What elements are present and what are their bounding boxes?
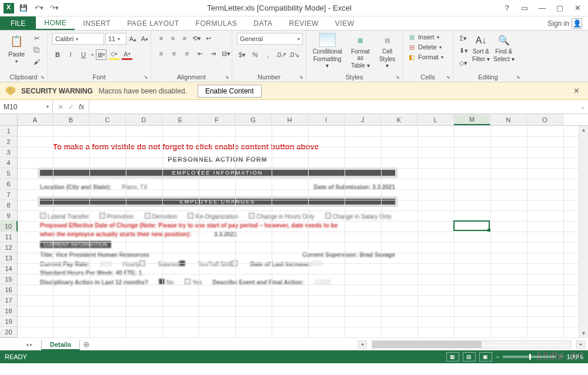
merge-center-icon[interactable]: ⊟▾: [220, 48, 231, 59]
align-bottom-icon[interactable]: ≡: [179, 33, 190, 43]
row-header[interactable]: 5: [0, 168, 18, 179]
align-middle-icon[interactable]: ≡: [168, 33, 178, 43]
fill-color-button[interactable]: ◇▾: [109, 49, 119, 60]
align-left-icon[interactable]: ≡: [156, 48, 166, 59]
font-size-select[interactable]: 11▾: [105, 33, 126, 45]
increase-decimal-icon[interactable]: .0↗: [276, 49, 286, 60]
tab-insert[interactable]: INSERT: [75, 16, 119, 30]
comma-icon[interactable]: ,: [263, 49, 273, 60]
cut-icon[interactable]: ✂: [31, 33, 42, 43]
row-header[interactable]: 20: [0, 327, 18, 337]
tab-review[interactable]: REVIEW: [280, 16, 326, 30]
percent-icon[interactable]: %: [250, 49, 260, 60]
sheet-tab-details[interactable]: Details: [41, 340, 80, 350]
horizontal-scrollbar[interactable]: [372, 340, 572, 349]
row-header[interactable]: 11: [0, 232, 18, 242]
tab-page-layout[interactable]: PAGE LAYOUT: [119, 16, 187, 30]
row-header[interactable]: 10: [0, 221, 18, 232]
italic-button[interactable]: I: [65, 49, 76, 60]
zoom-out-icon[interactable]: −: [496, 353, 499, 360]
column-header[interactable]: D: [126, 114, 162, 125]
delete-cells-button[interactable]: ⊟Delete▾: [407, 43, 442, 51]
column-header[interactable]: M: [454, 114, 490, 125]
tab-formulas[interactable]: FORMULAS: [188, 16, 246, 30]
maximize-icon[interactable]: ▢: [552, 2, 568, 14]
cell-styles-button[interactable]: ▤ Cell Styles ▾: [377, 33, 397, 69]
font-name-select[interactable]: Calibri▾: [52, 33, 104, 45]
column-header[interactable]: H: [272, 114, 308, 125]
font-color-button[interactable]: A▾: [122, 49, 132, 60]
qat-redo-icon[interactable]: ↷▾: [48, 2, 60, 14]
align-right-icon[interactable]: ≡: [182, 48, 192, 59]
enter-formula-icon[interactable]: ✓: [68, 103, 74, 111]
tab-view[interactable]: VIEW: [327, 16, 363, 30]
number-format-select[interactable]: General▾: [237, 33, 303, 45]
hscroll-left-icon[interactable]: ◂: [358, 340, 367, 349]
copy-icon[interactable]: ⿻: [31, 45, 42, 55]
column-header[interactable]: K: [381, 114, 417, 125]
row-header[interactable]: 17: [0, 295, 18, 306]
insert-cells-button[interactable]: ⊞Insert▾: [407, 33, 439, 41]
new-sheet-button[interactable]: ⊕: [80, 338, 93, 350]
row-header[interactable]: 13: [0, 253, 18, 263]
column-header[interactable]: N: [490, 114, 527, 125]
selected-cell[interactable]: [453, 220, 490, 231]
ribbon-options-icon[interactable]: ▭: [516, 2, 533, 14]
column-header[interactable]: L: [417, 114, 454, 125]
sort-filter-button[interactable]: A↓ Sort & Filter ▾: [472, 33, 490, 62]
cancel-formula-icon[interactable]: ✕: [58, 103, 64, 111]
qat-save-icon[interactable]: 💾: [18, 2, 29, 14]
row-header[interactable]: 9: [0, 210, 18, 221]
row-header[interactable]: 2: [0, 136, 18, 147]
tab-file[interactable]: FILE: [0, 16, 36, 30]
row-header[interactable]: 1: [0, 126, 18, 136]
tab-data[interactable]: DATA: [245, 16, 280, 30]
sheet-nav-buttons[interactable]: ◂ ▸: [18, 338, 41, 350]
align-center-icon[interactable]: ≡: [169, 48, 179, 59]
view-normal-icon[interactable]: ▦: [446, 352, 459, 361]
row-header[interactable]: 7: [0, 189, 18, 200]
row-header[interactable]: 16: [0, 284, 18, 295]
grow-font-icon[interactable]: A▴: [128, 34, 138, 44]
column-header[interactable]: E: [162, 114, 199, 125]
decrease-indent-icon[interactable]: ⇤: [195, 48, 205, 59]
clear-icon[interactable]: ◇▾: [458, 58, 469, 68]
format-painter-icon[interactable]: 🖌: [31, 56, 42, 67]
vertical-scrollbar[interactable]: ▲▼: [579, 126, 588, 337]
zoom-slider[interactable]: [503, 356, 556, 358]
hscroll-right-icon[interactable]: ▸: [576, 340, 586, 349]
find-select-button[interactable]: 🔍 Find & Select ▾: [493, 33, 514, 62]
row-header[interactable]: 6: [0, 179, 18, 189]
help-icon[interactable]: ?: [499, 2, 515, 14]
decrease-decimal-icon[interactable]: .0↘: [289, 49, 299, 60]
row-header[interactable]: 4: [0, 158, 18, 168]
autosum-icon[interactable]: Σ▾: [458, 33, 469, 43]
formula-input[interactable]: [89, 100, 577, 113]
paste-button[interactable]: 📋 Paste ▾: [5, 33, 28, 64]
expand-formula-bar-icon[interactable]: ⌄: [577, 100, 588, 113]
bold-button[interactable]: B: [52, 49, 63, 60]
close-icon[interactable]: ✕: [569, 2, 586, 14]
qat-undo-icon[interactable]: ↶▾: [33, 2, 45, 14]
cells-area[interactable]: To make a form visible do not forget to …: [18, 126, 588, 337]
column-header[interactable]: O: [527, 114, 563, 125]
fill-icon[interactable]: ⬇▾: [458, 45, 469, 56]
view-page-layout-icon[interactable]: ▤: [463, 352, 476, 361]
column-header[interactable]: I: [308, 114, 345, 125]
row-header[interactable]: 14: [0, 263, 18, 274]
column-header[interactable]: J: [345, 114, 381, 125]
align-top-icon[interactable]: ≡: [156, 33, 166, 43]
column-header[interactable]: G: [235, 114, 272, 125]
currency-icon[interactable]: $▾: [237, 49, 248, 60]
row-header[interactable]: 15: [0, 274, 18, 284]
row-header[interactable]: 18: [0, 306, 18, 316]
security-close-icon[interactable]: ✕: [571, 86, 582, 95]
column-header[interactable]: C: [89, 114, 126, 125]
format-cells-button[interactable]: ◧Format▾: [407, 53, 443, 61]
column-header[interactable]: A: [18, 114, 53, 125]
border-button[interactable]: ⊞▾: [96, 49, 106, 60]
minimize-icon[interactable]: —: [534, 2, 550, 14]
row-header[interactable]: 8: [0, 200, 18, 210]
increase-indent-icon[interactable]: ⇥: [208, 48, 218, 59]
column-header[interactable]: B: [53, 114, 89, 125]
